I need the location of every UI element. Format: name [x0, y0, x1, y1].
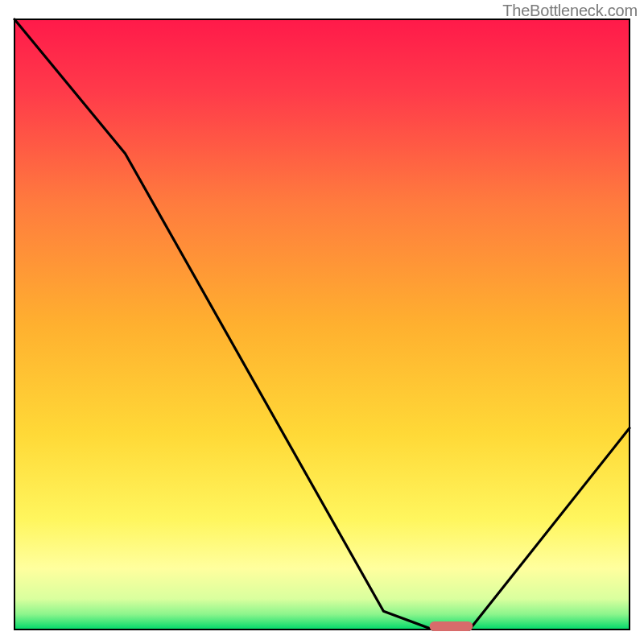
chart-container: TheBottleneck.com — [0, 0, 644, 644]
plot-background — [14, 19, 630, 630]
watermark-text: TheBottleneck.com — [502, 2, 638, 20]
chart-svg — [0, 0, 644, 644]
optimum-marker — [430, 621, 473, 631]
